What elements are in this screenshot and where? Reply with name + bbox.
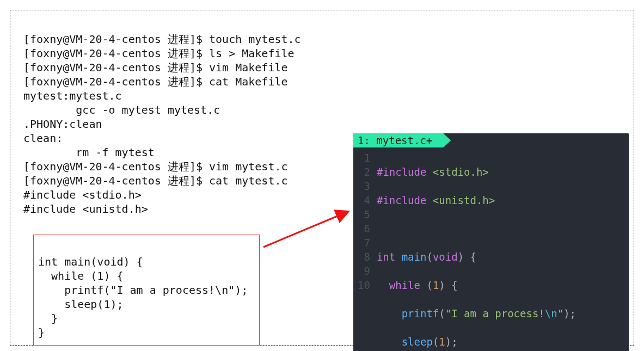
code-line: sleep(1); [38, 298, 124, 311]
editor-tabbar: 1: mytest.c+ [353, 133, 629, 147]
dashed-frame: [foxny@VM-20-4-centos 进程]$ touch mytest.… [10, 10, 634, 346]
line-number: 8 [358, 250, 370, 264]
tok-function: main [402, 251, 427, 263]
line-number: 4 [358, 193, 370, 207]
code-line: while (1) { [38, 269, 124, 282]
terminal-line: #include <unistd.h> [23, 202, 148, 215]
tok-preproc: #include [377, 166, 427, 178]
terminal-line: [foxny@VM-20-4-centos 进程]$ cat Makefile [23, 75, 288, 88]
line-number: 5 [358, 207, 370, 221]
line-number: 1 [358, 151, 370, 165]
line-number: 7 [358, 236, 370, 250]
line-number: 3 [358, 179, 370, 193]
line-number: 10 [358, 278, 370, 292]
terminal-line: [foxny@VM-20-4-centos 进程]$ touch mytest.… [23, 33, 301, 46]
tok-keyword: int [377, 251, 395, 263]
tok-string: "I am a process! [445, 307, 545, 319]
tok-function: sleep [402, 336, 433, 348]
tok-header: <stdio.h> [433, 166, 489, 178]
terminal-line: [foxny@VM-20-4-centos 进程]$ ls > Makefile [23, 47, 295, 60]
line-number: 6 [358, 221, 370, 236]
terminal-line: rm -f mytest [23, 146, 155, 159]
tok-string: " [557, 307, 563, 319]
editor-code[interactable]: #include <stdio.h> #include <unistd.h> i… [375, 147, 580, 351]
line-number: 9 [358, 264, 370, 278]
editor-tab[interactable]: 1: mytest.c+ [353, 133, 451, 147]
tok-number: 1 [433, 279, 439, 291]
tok-keyword: void [433, 251, 458, 263]
terminal-line: clean: [23, 132, 63, 145]
code-line: printf("I am a process!\n"); [38, 284, 248, 297]
svg-line-0 [263, 212, 348, 247]
tok-preproc: #include [377, 194, 427, 206]
code-line: } [38, 326, 45, 339]
terminal-line: #include <stdio.h> [23, 188, 142, 201]
terminal-line: gcc -o mytest mytest.c [23, 103, 220, 116]
code-editor: 1: mytest.c+ 1 2 3 4 5 6 7 8 9 10 #inclu… [353, 133, 629, 351]
tok-header: <unistd.h> [433, 194, 495, 206]
highlighted-code-box: int main(void) { while (1) { printf("I a… [33, 235, 260, 346]
terminal-line: [foxny@VM-20-4-centos 进程]$ vim mytest.c [23, 160, 288, 173]
terminal-line: [foxny@VM-20-4-centos 进程]$ vim Makefile [23, 61, 288, 74]
line-number: 2 [358, 165, 370, 179]
terminal-line: .PHONY:clean [23, 118, 102, 131]
terminal-line: mytest:mytest.c [23, 89, 122, 102]
tok-escape: \n [545, 307, 557, 319]
terminal-line: [foxny@VM-20-4-centos 进程]$ cat mytest.c [23, 174, 288, 187]
tok-number: 1 [439, 336, 445, 348]
code-line: int main(void) { [38, 255, 143, 268]
line-number-gutter: 1 2 3 4 5 6 7 8 9 10 [353, 147, 375, 351]
tok-function: printf [402, 307, 439, 319]
tok-keyword: while [389, 279, 420, 291]
code-line: } [38, 312, 58, 325]
